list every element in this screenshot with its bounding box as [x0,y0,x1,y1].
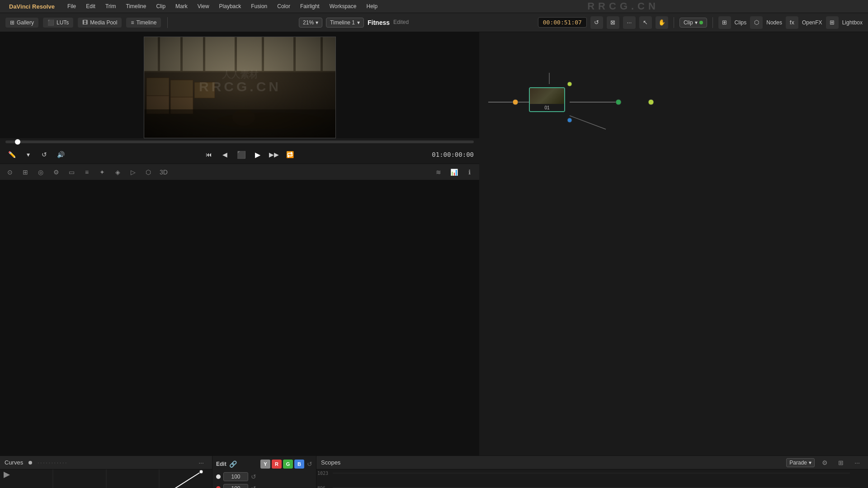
scopes-settings-icon[interactable]: ⚙ [818,456,831,469]
curves-title: Curves [5,459,23,466]
resize-icon[interactable]: ⬡ [142,166,155,178]
gallery-icon: ⊞ [10,19,14,26]
node-label: 01 [530,104,564,111]
timeline-button[interactable]: ≡ Timeline [126,18,161,28]
nodes-label[interactable]: Nodes [766,19,782,26]
channel-g-button[interactable]: G [283,460,293,469]
edit-header: Edit 🔗 Y R G B ↺ [216,460,312,469]
tool-icons-row: ⊙ ⊞ ◎ ⚙ ▭ ≡ ✦ ◈ ▷ ⬡ 3D ≋ 📊 ℹ [0,164,479,180]
hsl-icon[interactable]: ◎ [34,166,47,178]
blur-icon[interactable]: ◈ [111,166,124,178]
nodes-button[interactable]: ⬡ [750,16,763,29]
menu-fairlight[interactable]: Fairlight [296,1,324,11]
waveform-icon[interactable]: 📊 [448,166,460,178]
red-channel-value[interactable] [223,484,248,488]
scopes-expand-icon[interactable]: ⊞ [835,456,847,469]
curves-tool-icon[interactable]: ⊞ [19,166,32,178]
zoom-level: 21% [303,19,314,26]
magic-mask-icon[interactable]: ✦ [96,166,108,178]
tracker-icon[interactable]: ≡ [80,166,93,178]
luts-button[interactable]: ⬛ LUTs [43,18,73,28]
menu-fusion[interactable]: Fusion [246,1,272,11]
cursor-icon[interactable]: ↖ [639,16,652,29]
red-channel-reset[interactable]: ↺ [251,485,256,488]
motion-icon[interactable]: ⚙ [50,166,62,178]
step-back-button[interactable]: ◀ [219,148,231,161]
hand-icon[interactable]: ✋ [656,16,668,29]
curves-body [0,469,212,488]
lightbox-button[interactable]: ⊞ [826,16,839,29]
svg-text:RRCG.CN: RRCG.CN [199,79,281,94]
video-content: RRCG.CN 人人素材 [144,37,335,138]
menu-bar: DaVinci Resolve File Edit Trim Timeline … [0,0,868,13]
link-icon[interactable]: 🔗 [229,460,237,468]
go-to-start-button[interactable]: ⏮ [203,148,215,161]
loop-icon[interactable]: ↺ [590,16,603,29]
openFX-label[interactable]: OpenFX [802,19,822,26]
menu-timeline[interactable]: Timeline [122,1,151,11]
svg-point-25 [567,82,572,86]
info-icon[interactable]: ℹ [463,166,476,178]
tool-chevron-icon[interactable]: ▾ [22,148,34,161]
curves-graph[interactable] [0,469,212,488]
project-info: Fitness Edited [368,19,409,26]
scrubber-thumb[interactable] [15,139,20,145]
timecode-display[interactable]: 00:00:51:07 [538,17,587,28]
menu-color[interactable]: Color [273,1,295,11]
ripple-icon[interactable]: ≋ [432,166,445,178]
step-forward-button[interactable]: ▶▶ [268,148,280,161]
window-icon[interactable]: ▭ [65,166,78,178]
red-channel-dot [216,486,221,488]
timeline-selector[interactable]: Timeline 1 ▾ [326,18,364,28]
gallery-button[interactable]: ⊞ Gallery [5,18,38,28]
svg-line-22 [570,116,606,129]
tool-pen-icon[interactable]: ✏️ [5,148,18,161]
scopes-body: 1023 896 768 640 512 384 256 128 0 [316,469,868,488]
scopes-more-icon[interactable]: ··· [851,456,863,469]
svg-text:896: 896 [317,486,326,488]
menu-view[interactable]: View [193,1,214,11]
zoom-chevron-icon: ▾ [316,19,318,26]
media-pool-button[interactable]: 🎞 Media Pool [78,18,122,28]
parade-selector[interactable]: Parade ▾ [786,458,815,467]
node-01[interactable]: 01 [529,87,565,112]
parade-chevron-icon: ▾ [809,460,811,466]
channel-r-button[interactable]: R [272,460,282,469]
play-button[interactable]: ▶ [251,148,264,161]
menu-mark[interactable]: Mark [171,1,192,11]
curves-more-icon[interactable]: ··· [195,456,208,469]
tool-audio-icon[interactable]: 🔊 [54,148,67,161]
key-icon[interactable]: ▷ [127,166,139,178]
white-channel-reset[interactable]: ↺ [251,473,256,480]
timeline-nav-label: Timeline [136,19,156,26]
menu-playback[interactable]: Playback [215,1,246,11]
white-channel-value[interactable] [223,472,248,481]
stop-button[interactable]: ⬛ [235,148,248,161]
loop-playback-button[interactable]: 🔁 [284,148,297,161]
tool-loop-icon[interactable]: ↺ [38,148,51,161]
clips-label[interactable]: Clips [735,19,747,26]
3d-icon[interactable]: 3D [157,166,170,178]
openFX-button[interactable]: fx [786,16,798,29]
color-wheels-icon[interactable]: ⊙ [4,166,16,178]
zoom-selector[interactable]: 21% ▾ [299,18,322,28]
clips-button[interactable]: ⊞ [718,16,731,29]
menu-workspace[interactable]: Workspace [325,1,361,11]
reset-all-button[interactable]: ↺ [307,460,312,468]
channel-y-button[interactable]: Y [260,460,270,469]
app-brand[interactable]: DaVinci Resolve [5,1,59,12]
menu-edit[interactable]: Edit [81,1,100,11]
menu-trim[interactable]: Trim [101,1,121,11]
menu-clip[interactable]: Clip [151,1,170,11]
edit-panel: Edit 🔗 Y R G B ↺ ↺ ↺ ↺ [212,456,316,488]
preview-area: RRCG.CN 人人素材 ✏️ ▾ ↺ 🔊 ⏮ ◀ ⬛ ▶ ▶▶ 🔁 01 [0,32,479,455]
scrubber-bar[interactable] [5,141,474,143]
lightbox-label[interactable]: Lightbox [842,19,863,26]
timeline-icon: ≡ [131,19,134,26]
menu-help[interactable]: Help [362,1,382,11]
menu-file[interactable]: File [63,1,80,11]
curves-status-dot [28,461,32,465]
fit-icon[interactable]: ⊠ [607,16,619,29]
more-icon[interactable]: ··· [623,16,636,29]
channel-b-button[interactable]: B [294,460,304,469]
